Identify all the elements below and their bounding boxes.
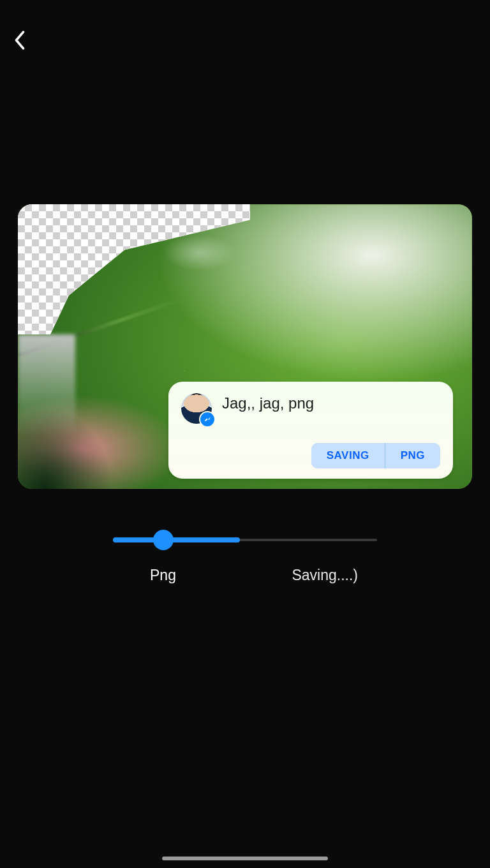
progress-slider[interactable] xyxy=(113,530,377,550)
avatar-wrap xyxy=(181,393,212,424)
notification-card: Jag,, jag, png SAVING PNG xyxy=(168,382,453,479)
notification-header: Jag,, jag, png xyxy=(181,393,440,424)
home-indicator xyxy=(162,857,328,860)
messenger-badge-icon xyxy=(200,412,214,426)
png-button[interactable]: PNG xyxy=(385,443,440,468)
notification-text: Jag,, jag, png xyxy=(222,394,314,412)
bg-grey-patch xyxy=(18,334,75,437)
saving-button[interactable]: SAVING xyxy=(311,443,385,468)
image-preview[interactable]: Jag,, jag, png SAVING PNG xyxy=(18,204,472,489)
slider-labels: Png Saving....) xyxy=(113,550,377,584)
chevron-left-icon xyxy=(13,29,27,54)
back-button[interactable] xyxy=(9,31,31,52)
notification-actions: SAVING PNG xyxy=(311,443,440,468)
slider-area: Png Saving....) xyxy=(0,530,490,584)
slider-thumb[interactable] xyxy=(153,530,174,550)
slider-label-right: Saving....) xyxy=(292,567,358,584)
slider-track-active xyxy=(113,537,240,542)
slider-label-left: Png xyxy=(150,567,176,584)
